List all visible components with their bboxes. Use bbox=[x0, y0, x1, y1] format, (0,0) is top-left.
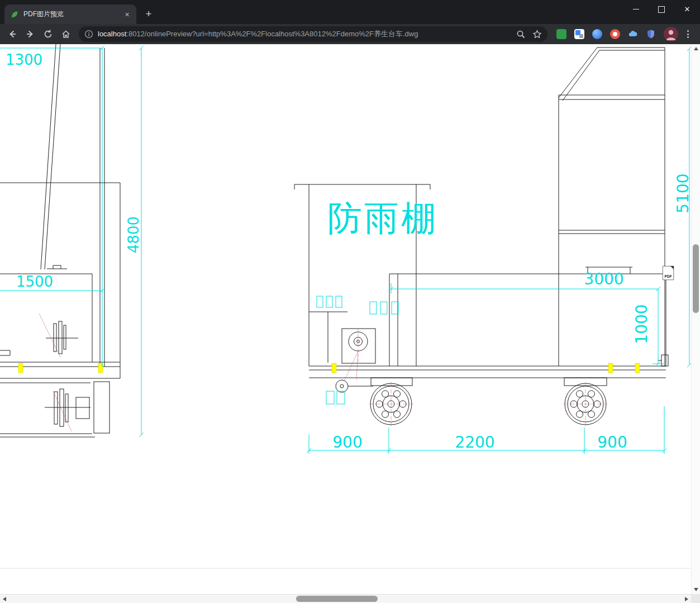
cad-dimension-labels: 1300 4800 1500 防雨棚 3000 1000 5100 900 22… bbox=[6, 51, 691, 452]
dimension-label: 2200 bbox=[455, 433, 494, 452]
scroll-down-arrow-icon[interactable] bbox=[694, 588, 698, 591]
new-tab-button[interactable]: + bbox=[141, 6, 156, 22]
vertical-scrollbar-thumb[interactable] bbox=[693, 244, 699, 313]
reload-button[interactable] bbox=[40, 26, 56, 42]
home-button[interactable] bbox=[58, 26, 74, 42]
dimension-label: 4800 bbox=[125, 216, 142, 253]
scroll-up-arrow-icon[interactable] bbox=[694, 47, 698, 50]
extension-green-icon[interactable] bbox=[556, 29, 566, 39]
url-text[interactable]: localhost:8012/onlinePreview?url=http%3A… bbox=[98, 29, 507, 39]
translate-gray-square bbox=[579, 34, 583, 38]
extension-shield-icon[interactable] bbox=[646, 29, 656, 39]
browser-toolbar: localhost:8012/onlinePreview?url=http%3A… bbox=[0, 24, 700, 44]
scrollbar-corner bbox=[691, 594, 700, 603]
avatar-figure-icon bbox=[664, 27, 678, 41]
dimension-label: 1300 bbox=[6, 51, 42, 68]
back-arrow-icon bbox=[7, 29, 17, 39]
dwg-preview-page: 1300 4800 1500 防雨棚 3000 1000 5100 900 22… bbox=[0, 44, 691, 594]
browser-tab[interactable]: PDF图片预览 × bbox=[4, 4, 136, 24]
extension-cloud-icon[interactable] bbox=[628, 29, 638, 39]
window-close-button[interactable]: ✕ bbox=[674, 0, 700, 18]
home-icon bbox=[61, 29, 71, 39]
horizontal-scrollbar[interactable] bbox=[0, 594, 691, 603]
dimension-label: 1000 bbox=[632, 304, 651, 344]
scroll-right-arrow-icon[interactable] bbox=[685, 597, 688, 601]
forward-arrow-icon bbox=[25, 29, 35, 39]
browser-menu-icon[interactable] bbox=[680, 27, 695, 41]
extension-red-center bbox=[613, 32, 617, 36]
scroll-left-arrow-icon[interactable] bbox=[3, 597, 6, 601]
page-content: 1300 4800 1500 防雨棚 3000 1000 5100 900 22… bbox=[0, 44, 700, 603]
dimension-label: 900 bbox=[597, 433, 627, 452]
url-path: :8012/onlinePreview?url=http%3A%2F%2Floc… bbox=[126, 30, 418, 38]
cad-yellow-highlights bbox=[18, 363, 640, 373]
tab-close-icon[interactable]: × bbox=[122, 10, 132, 19]
cloud-icon bbox=[628, 29, 638, 39]
vertical-scrollbar[interactable] bbox=[691, 44, 700, 594]
extension-translate-icon[interactable] bbox=[574, 29, 584, 39]
window-titlebar: PDF图片预览 × + ✕ bbox=[0, 0, 700, 24]
dimension-label: 5100 bbox=[674, 173, 691, 213]
cad-centerlines bbox=[39, 314, 607, 431]
url-bar[interactable]: localhost:8012/onlinePreview?url=http%3A… bbox=[79, 26, 547, 42]
tab-title: PDF图片预览 bbox=[23, 10, 118, 19]
window-controls: ✕ bbox=[623, 0, 700, 18]
url-host: localhost bbox=[98, 30, 126, 38]
pdf-file-icon[interactable]: PDF bbox=[663, 266, 674, 280]
page-info-icon[interactable] bbox=[84, 30, 93, 39]
minimize-icon bbox=[633, 9, 639, 10]
dimension-label: 3000 bbox=[584, 270, 623, 288]
dimension-label: 900 bbox=[332, 433, 362, 452]
extension-blue-sphere-icon[interactable] bbox=[592, 29, 602, 39]
zoom-icon[interactable] bbox=[516, 30, 526, 39]
profile-avatar[interactable] bbox=[664, 27, 678, 41]
bookmark-star-icon[interactable] bbox=[532, 30, 542, 39]
tab-favicon-leaf-icon bbox=[10, 10, 19, 19]
window-maximize-button[interactable] bbox=[649, 0, 674, 18]
shield-icon bbox=[646, 29, 656, 39]
extension-red-icon[interactable] bbox=[610, 29, 620, 39]
omnibox-actions bbox=[512, 30, 542, 39]
reload-icon bbox=[43, 29, 53, 39]
horizontal-scrollbar-thumb[interactable] bbox=[296, 596, 378, 602]
extensions-area bbox=[552, 29, 660, 39]
window-minimize-button[interactable] bbox=[623, 0, 649, 18]
cad-dimension-lines bbox=[0, 46, 691, 454]
cad-drawing: 1300 4800 1500 防雨棚 3000 1000 5100 900 22… bbox=[0, 44, 691, 594]
dimension-label: 1500 bbox=[16, 273, 53, 290]
forward-button[interactable] bbox=[22, 26, 39, 42]
maximize-icon bbox=[658, 6, 665, 13]
back-button[interactable] bbox=[4, 26, 21, 42]
shelter-label: 防雨棚 bbox=[327, 198, 438, 239]
